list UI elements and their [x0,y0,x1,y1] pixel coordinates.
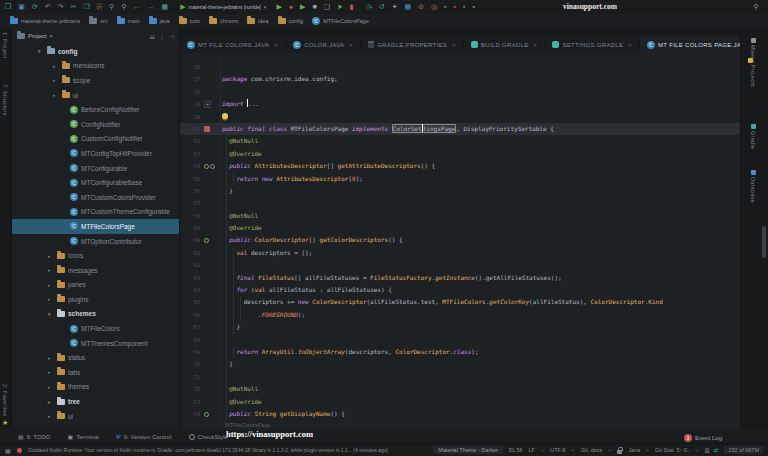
intention-bulb-icon[interactable] [222,113,228,119]
line-number[interactable]: 18 [180,86,200,98]
attach-icon[interactable]: ➤ [337,3,343,11]
project-view-dropdown-icon[interactable]: ▾ [50,33,53,39]
find-icon[interactable]: ⚲ [109,3,114,11]
tree-item[interactable]: ▸tree [12,394,179,409]
line-number[interactable]: 71 [180,371,200,383]
code-line[interactable]: 72 @NotNull [180,383,740,395]
fold-expand-icon[interactable]: + [204,101,211,108]
editor-tab[interactable]: BUILD.GRADLE× [464,36,545,53]
tab-close-icon[interactable]: × [274,42,278,48]
status-message[interactable]: Outdated Kotlin Runtime: Your version of… [28,447,388,453]
line-number[interactable]: 67 [180,321,200,333]
tree-item[interactable]: ▾schemes [12,307,179,322]
line-number[interactable]: 61 [180,247,200,259]
tree-item[interactable]: ▾config [12,44,179,59]
toolwindow-switcher-icon[interactable]: ▦ [5,447,11,454]
editor-tab[interactable]: CMT FILE COLORS.JAVA× [180,36,286,53]
code-line[interactable]: 53 @Override [180,148,740,160]
chevron-icon[interactable]: ▸ [48,253,54,259]
undo-icon[interactable]: ↶ [45,3,51,11]
line-number[interactable]: 64 [180,284,200,296]
breadcrumb-item[interactable]: CMTFileColorsPage [312,17,369,25]
code-line[interactable]: 52 @NotNull [180,135,740,147]
inspector-icon[interactable]: ▥ [705,447,710,453]
toolwindow--version-control[interactable]: Ψ9: Version Control [116,434,172,440]
tree-item[interactable]: ▸themes [12,380,179,395]
new-window-icon[interactable]: ❒ [5,3,11,11]
tree-item[interactable]: ▸messages [12,263,179,278]
editor-tab[interactable]: SETTINGS.GRADLE× [545,36,640,53]
line-number[interactable]: 50 [180,111,200,123]
grid-icon[interactable]: ▦ [405,3,412,11]
git-branch-widget[interactable]: Git: docs [581,447,603,453]
tree-item[interactable]: ▸plugins [12,292,179,307]
event-log-button[interactable]: 3 Event Log [684,434,722,442]
history-icon[interactable]: ◷ [366,3,372,11]
breadcrumb-item[interactable]: idea [247,18,268,24]
chevron-icon[interactable]: ▸ [53,77,59,83]
tree-item[interactable]: CMTConfigurableBase [12,175,179,190]
breadcrumb-item[interactable]: config [278,18,304,24]
chevron-icon[interactable]: ▾ [38,48,44,54]
toolwindow-database[interactable]: Database [750,170,756,203]
override-marker-icon[interactable] [204,412,209,417]
tree-item[interactable]: ▸ui [12,88,179,103]
line-number[interactable]: 68 [180,334,200,346]
code-line[interactable]: 60 public ColorDescriptor[] getColorDesc… [180,234,740,246]
code-line[interactable]: 63 final FileStatus[] allFileStatuses = … [180,272,740,284]
chevron-icon[interactable]: ▸ [53,63,59,69]
chevron-icon[interactable]: ▸ [48,399,54,405]
plugin-icon[interactable]: ✦ [392,3,398,11]
mini-teal-icon[interactable]: ▪ [444,3,446,11]
code-line[interactable]: 69 return ArrayUtil.toObjectArray(descri… [180,346,740,358]
run-coverage-icon[interactable]: ▶ [300,3,305,11]
tree-item[interactable]: CMTCustomThemeConfigurable [12,205,179,220]
code-line[interactable]: 18 [180,86,740,98]
breadcrumb-item[interactable]: material-theme-jetbrains [10,18,80,24]
line-ending-widget[interactable]: LF [529,447,535,453]
code-line[interactable]: 55 return new AttributesDescriptor[0]; [180,173,740,185]
line-number[interactable]: 72 [180,383,200,395]
toolwindow-favorites[interactable]: 2: Favorites [2,384,8,416]
line-number[interactable]: 56 [180,185,200,197]
scrollbar-thumb[interactable] [762,226,766,258]
panel-options-icon[interactable]: ⋮ [159,33,165,40]
implement-marker-icon[interactable] [210,164,215,169]
target-icon[interactable]: ◎ [431,3,437,11]
breadcrumb-item[interactable]: src [89,18,107,24]
chevron-icon[interactable]: ▸ [48,369,54,375]
code-line[interactable]: 67 } [180,321,740,333]
tab-close-icon[interactable]: × [349,42,353,48]
tree-item[interactable]: CMTOptionContributor [12,234,179,249]
override-marker-icon[interactable] [204,238,209,243]
code-line[interactable]: 62 [180,259,740,271]
code-line[interactable]: 71 [180,371,740,383]
code-line[interactable]: 50 [180,111,740,123]
line-number[interactable]: 53 [180,148,200,160]
code-line[interactable]: 64 for (val allFileStatus : allFileStatu… [180,284,740,296]
chevron-icon[interactable]: ▸ [48,413,54,419]
tree-item[interactable]: CCustomConfigNotifier [12,132,179,147]
theme-widget[interactable]: Material Theme - Darker [433,446,503,454]
encoding-widget[interactable]: UTF-8 [550,447,566,453]
tree-item[interactable]: ▸menuicons [12,59,179,74]
stop-button-icon[interactable]: ■ [312,3,316,11]
code-line[interactable]: 19+import ... [180,98,740,110]
chevron-icon[interactable]: ▸ [53,92,59,98]
replace-icon[interactable]: ⚲ [121,3,126,11]
toolwindow-maven-projects[interactable]: Maven Projects [750,38,756,87]
tree-item[interactable]: ▸status [12,350,179,365]
toolwindow--project[interactable]: 1: Project [2,32,8,58]
sync-icon[interactable]: ⟳ [32,3,38,11]
code-line[interactable]: 59 @Override [180,222,740,234]
tab-close-icon[interactable]: × [452,42,456,48]
breadcrumb-item[interactable]: main [117,18,140,24]
toolwindow-gradle[interactable]: Gradle [750,124,756,149]
tree-item[interactable]: CMTConfigurable [12,161,179,176]
code-line[interactable]: 54 public AttributesDescriptor[] getAttr… [180,160,740,172]
tree-item[interactable]: CMTConfigTopHitProvider [12,146,179,161]
line-number[interactable]: 52 [180,135,200,147]
lock-icon[interactable] [617,450,622,454]
run-button-icon[interactable]: ▶ [276,3,281,11]
line-number[interactable]: 63 [180,272,200,284]
